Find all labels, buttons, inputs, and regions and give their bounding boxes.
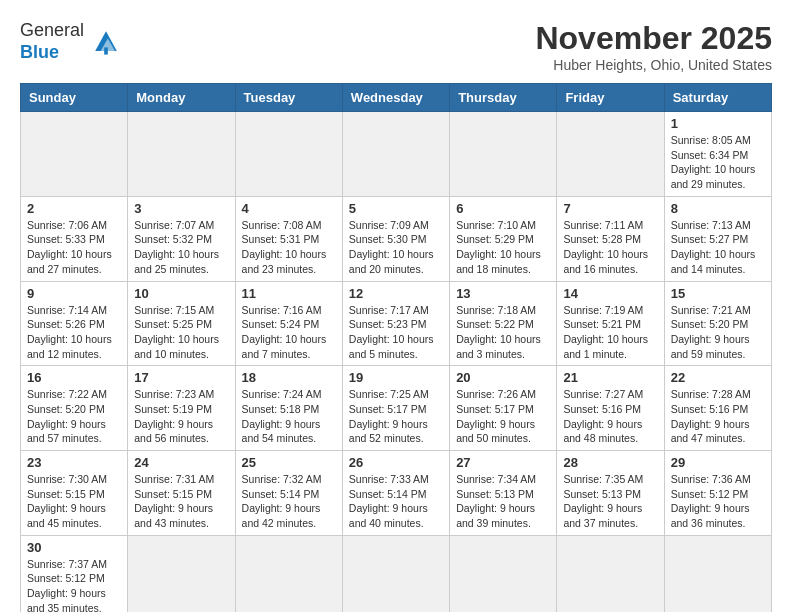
column-header-thursday: Thursday — [450, 84, 557, 112]
day-number: 22 — [671, 370, 765, 385]
day-number: 27 — [456, 455, 550, 470]
calendar-cell: 17Sunrise: 7:23 AM Sunset: 5:19 PM Dayli… — [128, 366, 235, 451]
day-number: 6 — [456, 201, 550, 216]
calendar-week-row: 30Sunrise: 7:37 AM Sunset: 5:12 PM Dayli… — [21, 535, 772, 612]
calendar-cell: 1Sunrise: 8:05 AM Sunset: 6:34 PM Daylig… — [664, 112, 771, 197]
calendar-cell — [128, 535, 235, 612]
calendar-week-row: 23Sunrise: 7:30 AM Sunset: 5:15 PM Dayli… — [21, 451, 772, 536]
calendar-cell: 6Sunrise: 7:10 AM Sunset: 5:29 PM Daylig… — [450, 196, 557, 281]
calendar-cell: 24Sunrise: 7:31 AM Sunset: 5:15 PM Dayli… — [128, 451, 235, 536]
calendar-cell: 3Sunrise: 7:07 AM Sunset: 5:32 PM Daylig… — [128, 196, 235, 281]
day-number: 20 — [456, 370, 550, 385]
calendar-cell: 8Sunrise: 7:13 AM Sunset: 5:27 PM Daylig… — [664, 196, 771, 281]
day-info: Sunrise: 7:18 AM Sunset: 5:22 PM Dayligh… — [456, 303, 550, 362]
calendar-cell: 18Sunrise: 7:24 AM Sunset: 5:18 PM Dayli… — [235, 366, 342, 451]
calendar-week-row: 1Sunrise: 8:05 AM Sunset: 6:34 PM Daylig… — [21, 112, 772, 197]
day-number: 15 — [671, 286, 765, 301]
calendar-cell: 22Sunrise: 7:28 AM Sunset: 5:16 PM Dayli… — [664, 366, 771, 451]
calendar-cell: 20Sunrise: 7:26 AM Sunset: 5:17 PM Dayli… — [450, 366, 557, 451]
calendar-cell: 16Sunrise: 7:22 AM Sunset: 5:20 PM Dayli… — [21, 366, 128, 451]
day-number: 2 — [27, 201, 121, 216]
calendar-cell: 13Sunrise: 7:18 AM Sunset: 5:22 PM Dayli… — [450, 281, 557, 366]
day-number: 13 — [456, 286, 550, 301]
svg-rect-2 — [104, 47, 108, 54]
calendar-cell: 5Sunrise: 7:09 AM Sunset: 5:30 PM Daylig… — [342, 196, 449, 281]
calendar-cell: 29Sunrise: 7:36 AM Sunset: 5:12 PM Dayli… — [664, 451, 771, 536]
calendar-cell — [342, 112, 449, 197]
logo-text: General Blue — [20, 20, 84, 63]
calendar-week-row: 9Sunrise: 7:14 AM Sunset: 5:26 PM Daylig… — [21, 281, 772, 366]
day-info: Sunrise: 7:16 AM Sunset: 5:24 PM Dayligh… — [242, 303, 336, 362]
calendar-cell: 4Sunrise: 7:08 AM Sunset: 5:31 PM Daylig… — [235, 196, 342, 281]
column-header-monday: Monday — [128, 84, 235, 112]
calendar-cell — [664, 535, 771, 612]
calendar-cell — [21, 112, 128, 197]
day-info: Sunrise: 7:32 AM Sunset: 5:14 PM Dayligh… — [242, 472, 336, 531]
calendar-cell: 2Sunrise: 7:06 AM Sunset: 5:33 PM Daylig… — [21, 196, 128, 281]
day-info: Sunrise: 7:33 AM Sunset: 5:14 PM Dayligh… — [349, 472, 443, 531]
day-info: Sunrise: 7:11 AM Sunset: 5:28 PM Dayligh… — [563, 218, 657, 277]
day-number: 21 — [563, 370, 657, 385]
day-number: 30 — [27, 540, 121, 555]
calendar-cell: 28Sunrise: 7:35 AM Sunset: 5:13 PM Dayli… — [557, 451, 664, 536]
day-info: Sunrise: 7:09 AM Sunset: 5:30 PM Dayligh… — [349, 218, 443, 277]
day-info: Sunrise: 7:35 AM Sunset: 5:13 PM Dayligh… — [563, 472, 657, 531]
calendar-cell: 12Sunrise: 7:17 AM Sunset: 5:23 PM Dayli… — [342, 281, 449, 366]
day-info: Sunrise: 7:15 AM Sunset: 5:25 PM Dayligh… — [134, 303, 228, 362]
day-info: Sunrise: 8:05 AM Sunset: 6:34 PM Dayligh… — [671, 133, 765, 192]
day-info: Sunrise: 7:37 AM Sunset: 5:12 PM Dayligh… — [27, 557, 121, 612]
calendar-cell — [450, 112, 557, 197]
calendar-cell: 14Sunrise: 7:19 AM Sunset: 5:21 PM Dayli… — [557, 281, 664, 366]
day-info: Sunrise: 7:24 AM Sunset: 5:18 PM Dayligh… — [242, 387, 336, 446]
day-number: 18 — [242, 370, 336, 385]
calendar-cell: 19Sunrise: 7:25 AM Sunset: 5:17 PM Dayli… — [342, 366, 449, 451]
calendar-cell — [450, 535, 557, 612]
calendar-cell: 26Sunrise: 7:33 AM Sunset: 5:14 PM Dayli… — [342, 451, 449, 536]
day-info: Sunrise: 7:21 AM Sunset: 5:20 PM Dayligh… — [671, 303, 765, 362]
day-number: 24 — [134, 455, 228, 470]
page-header: General Blue November 2025 Huber Heights… — [20, 20, 772, 73]
calendar-cell — [235, 112, 342, 197]
day-info: Sunrise: 7:06 AM Sunset: 5:33 PM Dayligh… — [27, 218, 121, 277]
day-number: 3 — [134, 201, 228, 216]
day-info: Sunrise: 7:34 AM Sunset: 5:13 PM Dayligh… — [456, 472, 550, 531]
calendar-cell — [342, 535, 449, 612]
day-number: 16 — [27, 370, 121, 385]
day-number: 26 — [349, 455, 443, 470]
calendar-cell: 27Sunrise: 7:34 AM Sunset: 5:13 PM Dayli… — [450, 451, 557, 536]
calendar-cell: 7Sunrise: 7:11 AM Sunset: 5:28 PM Daylig… — [557, 196, 664, 281]
column-header-saturday: Saturday — [664, 84, 771, 112]
calendar-cell — [128, 112, 235, 197]
calendar-cell — [235, 535, 342, 612]
day-number: 10 — [134, 286, 228, 301]
day-number: 4 — [242, 201, 336, 216]
day-number: 29 — [671, 455, 765, 470]
day-info: Sunrise: 7:22 AM Sunset: 5:20 PM Dayligh… — [27, 387, 121, 446]
day-info: Sunrise: 7:25 AM Sunset: 5:17 PM Dayligh… — [349, 387, 443, 446]
day-info: Sunrise: 7:17 AM Sunset: 5:23 PM Dayligh… — [349, 303, 443, 362]
calendar-cell: 23Sunrise: 7:30 AM Sunset: 5:15 PM Dayli… — [21, 451, 128, 536]
day-info: Sunrise: 7:08 AM Sunset: 5:31 PM Dayligh… — [242, 218, 336, 277]
day-number: 23 — [27, 455, 121, 470]
day-info: Sunrise: 7:23 AM Sunset: 5:19 PM Dayligh… — [134, 387, 228, 446]
day-number: 25 — [242, 455, 336, 470]
calendar-cell: 9Sunrise: 7:14 AM Sunset: 5:26 PM Daylig… — [21, 281, 128, 366]
day-info: Sunrise: 7:28 AM Sunset: 5:16 PM Dayligh… — [671, 387, 765, 446]
calendar-cell: 30Sunrise: 7:37 AM Sunset: 5:12 PM Dayli… — [21, 535, 128, 612]
calendar-table: SundayMondayTuesdayWednesdayThursdayFrid… — [20, 83, 772, 612]
day-number: 11 — [242, 286, 336, 301]
title-block: November 2025 Huber Heights, Ohio, Unite… — [535, 20, 772, 73]
day-number: 28 — [563, 455, 657, 470]
day-info: Sunrise: 7:31 AM Sunset: 5:15 PM Dayligh… — [134, 472, 228, 531]
day-info: Sunrise: 7:26 AM Sunset: 5:17 PM Dayligh… — [456, 387, 550, 446]
day-info: Sunrise: 7:36 AM Sunset: 5:12 PM Dayligh… — [671, 472, 765, 531]
day-number: 19 — [349, 370, 443, 385]
location: Huber Heights, Ohio, United States — [535, 57, 772, 73]
day-number: 17 — [134, 370, 228, 385]
day-number: 5 — [349, 201, 443, 216]
day-number: 14 — [563, 286, 657, 301]
calendar-header-row: SundayMondayTuesdayWednesdayThursdayFrid… — [21, 84, 772, 112]
day-number: 1 — [671, 116, 765, 131]
day-info: Sunrise: 7:07 AM Sunset: 5:32 PM Dayligh… — [134, 218, 228, 277]
calendar-cell — [557, 535, 664, 612]
